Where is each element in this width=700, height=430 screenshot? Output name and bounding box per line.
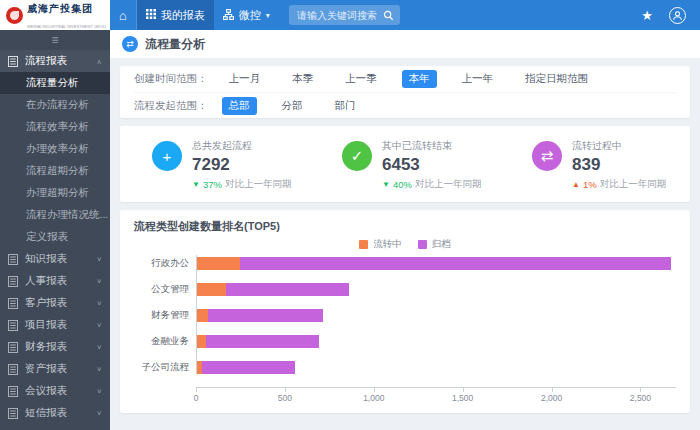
chart-bar-row: 子公司流程 [135, 361, 676, 374]
chart-bar-segment [197, 335, 206, 348]
filter-option[interactable]: 分部 [275, 97, 310, 115]
search-icon[interactable] [383, 10, 394, 21]
filter-option[interactable]: 上一季 [338, 70, 384, 88]
sidebar-group[interactable]: 短信报表∨ [0, 402, 110, 424]
sidebar-item[interactable]: 在办流程分析 [0, 94, 110, 116]
sidebar-collapse-button[interactable]: ≡ [0, 30, 110, 50]
sidebar-group[interactable]: 财务报表∨ [0, 336, 110, 358]
filter-option[interactable]: 上一年 [455, 70, 501, 88]
filter-option[interactable]: 指定日期范围 [518, 70, 595, 88]
axis-tick [552, 388, 553, 392]
axis-tick-label: 1,000 [363, 393, 384, 403]
chart-bar-row: 金融业务 [135, 335, 676, 348]
sidebar-group[interactable]: 客户报表∨ [0, 292, 110, 314]
axis-tick [285, 388, 286, 392]
chart-bar-row: 行政办公 [135, 257, 676, 270]
stat-value: 6453 [382, 155, 481, 175]
sidebar-item[interactable]: 流程超期分析 [0, 160, 110, 182]
delta-arrow-icon: ▲ [572, 180, 580, 189]
chart-bar-segment [202, 361, 294, 374]
sidebar-group[interactable]: 知识报表∨ [0, 248, 110, 270]
chart-bar-track [197, 335, 676, 348]
chevron-up-icon: ∧ [96, 57, 102, 64]
report-folder-icon [8, 56, 19, 67]
report-folder-icon [8, 320, 19, 331]
chevron-down-icon: ∨ [96, 255, 102, 262]
sidebar-item[interactable]: 定义报表 [0, 226, 110, 248]
sidebar-group[interactable]: 资产报表∨ [0, 358, 110, 380]
logo-text: 威海产投集团 WEIHAI INDUSTRIAL INVESTMENT GROU… [27, 0, 106, 31]
sidebar-group-label: 财务报表 [25, 340, 67, 354]
chart-bar-segment [208, 309, 323, 322]
axis-tick [463, 388, 464, 392]
chart-bar-segment [197, 309, 208, 322]
logo-subtitle: WEIHAI INDUSTRIAL INVESTMENT GROUP CO.,L… [27, 24, 106, 29]
chart-category-label: 子公司流程 [135, 361, 197, 374]
chart-bar-row: 公文管理 [135, 283, 676, 296]
delta-compare-label: 对比上一年同期 [225, 178, 292, 191]
sidebar-group[interactable]: 项目报表∨ [0, 314, 110, 336]
chevron-down-icon: ∨ [96, 387, 102, 394]
legend-swatch [359, 240, 368, 249]
user-avatar[interactable] [669, 7, 686, 24]
chart-bar-segment [226, 283, 348, 296]
sidebar-group-label: 资产报表 [25, 362, 67, 376]
legend-label: 归档 [432, 238, 451, 251]
flow-icon: ⇄ [532, 141, 562, 171]
axis-tick-label: 2,000 [541, 393, 562, 403]
chart-title: 流程类型创建数量排名(TOP5) [134, 219, 676, 234]
stat-value: 839 [572, 155, 666, 175]
sidebar-item[interactable]: 流程效率分析 [0, 116, 110, 138]
search-box [289, 5, 400, 25]
sidebar-item[interactable]: 办理效率分析 [0, 138, 110, 160]
sidebar-menu: 流程报表∧流程量分析在办流程分析流程效率分析办理效率分析流程超期分析办理超期分析… [0, 50, 110, 424]
filter-option[interactable]: 本季 [285, 70, 320, 88]
sidebar: ≡ 流程报表∧流程量分析在办流程分析流程效率分析办理效率分析流程超期分析办理超期… [0, 30, 110, 430]
report-folder-icon [8, 408, 19, 419]
logo-icon [6, 7, 23, 24]
sidebar-group[interactable]: 会议报表∨ [0, 380, 110, 402]
axis-tick-label: 0 [194, 393, 199, 403]
chart-bar-track [197, 257, 676, 270]
sidebar-item[interactable]: 流程量分析 [0, 72, 110, 94]
filter-rows: 创建时间范围：上一月本季上一季本年上一年指定日期范围流程发起范围：总部分部部门 [134, 66, 676, 118]
page-header: ⇄ 流程量分析 [110, 30, 700, 58]
chart-plot: 行政办公公文管理财务管理金融业务子公司流程 05001,0001,5002,00… [134, 255, 676, 405]
filter-option[interactable]: 总部 [222, 97, 257, 115]
filter-row: 创建时间范围：上一月本季上一季本年上一年指定日期范围 [134, 66, 676, 92]
axis-tick [640, 388, 641, 392]
favorite-star-icon[interactable]: ★ [641, 8, 653, 23]
apps-grid-icon [146, 9, 156, 21]
home-button[interactable]: ⌂ [110, 0, 136, 30]
axis-tick-label: 1,500 [452, 393, 473, 403]
sidebar-item[interactable]: 流程办理情况统... [0, 204, 110, 226]
report-folder-icon [8, 298, 19, 309]
filter-option[interactable]: 部门 [328, 97, 363, 115]
filter-option[interactable]: 上一月 [222, 70, 268, 88]
filter-panel: 创建时间范围：上一月本季上一季本年上一年指定日期范围流程发起范围：总部分部部门 [120, 66, 690, 118]
tab-my-reports[interactable]: 我的报表 [137, 0, 214, 30]
chevron-down-icon: ∨ [96, 299, 102, 306]
chart-legend: 流转中归档 [134, 237, 676, 251]
filter-label: 流程发起范围： [134, 99, 208, 113]
module-dropdown-label: 微控 [239, 8, 261, 23]
logo-title: 威海产投集团 [27, 3, 93, 14]
sidebar-item[interactable]: 办理超期分析 [0, 182, 110, 204]
filter-option[interactable]: 本年 [402, 70, 437, 88]
legend-item[interactable]: 归档 [418, 238, 451, 251]
module-dropdown[interactable]: 微控 ▾ [214, 0, 279, 30]
sidebar-group-label: 会议报表 [25, 384, 67, 398]
chart-bar-track [197, 361, 676, 374]
legend-swatch [418, 240, 427, 249]
chart-x-axis: 05001,0001,5002,0002,500 [196, 387, 676, 405]
report-folder-icon [8, 342, 19, 353]
plus-icon: + [152, 141, 182, 171]
logo[interactable]: 威海产投集团 WEIHAI INDUSTRIAL INVESTMENT GROU… [0, 0, 110, 30]
legend-item[interactable]: 流转中 [359, 238, 402, 251]
stat-label: 流转过程中 [572, 139, 666, 153]
chevron-down-icon: ∨ [96, 321, 102, 328]
filter-label: 创建时间范围： [134, 72, 208, 86]
search-input[interactable] [291, 6, 383, 24]
sidebar-group[interactable]: 流程报表∧ [0, 50, 110, 72]
sidebar-group[interactable]: 人事报表∨ [0, 270, 110, 292]
